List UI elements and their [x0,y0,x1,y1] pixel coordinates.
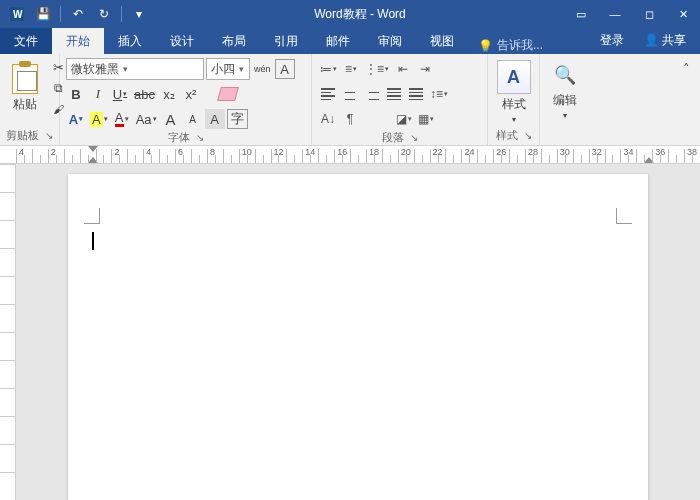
margin-corner-tr [616,208,632,224]
paste-label: 粘贴 [13,96,37,113]
group-clipboard: 粘贴 剪贴板↘ [0,54,60,145]
line-spacing-icon[interactable]: ↕≡▾ [428,84,450,104]
app-icon[interactable]: W [6,3,28,25]
numbering-icon[interactable]: ≡▾ [341,59,361,79]
group-font-label: 字体 [168,130,190,145]
char-border-icon[interactable]: A [275,59,295,79]
horizontal-ruler[interactable]: 422468101214161820222426283032343638 [0,146,700,164]
tab-references[interactable]: 引用 [260,28,312,54]
lightbulb-icon: 💡 [478,39,493,53]
ribbon-tabs: 文件 开始 插入 设计 布局 引用 邮件 审阅 视图 💡 告诉我... 登录 👤… [0,28,700,54]
editing-button[interactable]: 编辑 ▾ [546,58,584,122]
paste-icon [12,64,38,94]
group-styles: A 样式 ▾ 样式↘ [488,54,540,145]
redo-icon[interactable]: ↻ [93,3,115,25]
maximize-icon[interactable]: ◻ [632,0,666,28]
styles-button[interactable]: A 样式 ▾ [494,58,533,126]
workspace [0,164,700,500]
tab-view[interactable]: 视图 [416,28,468,54]
paragraph-launcher-icon[interactable]: ↘ [410,132,418,143]
save-icon[interactable]: 💾 [32,3,54,25]
text-cursor [92,232,94,250]
clipboard-launcher-icon[interactable]: ↘ [45,130,53,141]
tab-design[interactable]: 设计 [156,28,208,54]
align-left-icon[interactable] [318,84,338,104]
shrink-font-icon[interactable]: A [183,109,203,129]
window-title: Word教程 - Word [156,6,564,23]
styles-label: 样式 [502,96,526,113]
change-case-icon[interactable]: Aa▾ [134,109,159,129]
editing-label: 编辑 [553,92,577,109]
tab-home[interactable]: 开始 [52,28,104,54]
font-size-combo[interactable]: 小四▾ [206,58,250,80]
ribbon: 粘贴 剪贴板↘ 微软雅黑▾ 小四▾ wén A B I U▾ abc [0,54,700,146]
tab-layout[interactable]: 布局 [208,28,260,54]
align-center-icon[interactable] [340,84,360,104]
subscript-button[interactable]: x₂ [159,84,179,104]
bold-button[interactable]: B [66,84,86,104]
tell-me-search[interactable]: 💡 告诉我... [468,37,590,54]
group-font: 微软雅黑▾ 小四▾ wén A B I U▾ abc x₂ x² A▾ A▾ A… [60,54,312,145]
styles-launcher-icon[interactable]: ↘ [524,130,532,141]
highlight-icon[interactable]: A▾ [88,109,110,129]
font-name-combo[interactable]: 微软雅黑▾ [66,58,204,80]
superscript-button[interactable]: x² [181,84,201,104]
svg-text:W: W [13,9,23,20]
minimize-icon[interactable]: — [598,0,632,28]
shading-icon[interactable]: ◪▾ [394,109,414,129]
vertical-ruler[interactable] [0,164,16,500]
share-icon: 👤 [644,33,659,47]
close-icon[interactable]: ✕ [666,0,700,28]
group-editing: 编辑 ▾ [540,54,590,145]
undo-icon[interactable]: ↶ [67,3,89,25]
group-clipboard-label: 剪贴板 [6,128,39,143]
collapse-ribbon-icon[interactable]: ˄ [676,58,696,78]
font-color-icon[interactable]: A▾ [112,109,132,129]
paste-button[interactable]: 粘贴 [6,58,44,118]
char-shading-icon[interactable]: A [205,109,225,129]
find-icon [550,60,580,90]
title-bar: W 💾 ↶ ↻ ▾ Word教程 - Word ▭ — ◻ ✕ [0,0,700,28]
tab-insert[interactable]: 插入 [104,28,156,54]
enclose-char-icon[interactable]: 字 [227,109,248,129]
share-button[interactable]: 👤 共享 [634,27,696,54]
document-area[interactable] [16,164,700,500]
tab-mailings[interactable]: 邮件 [312,28,364,54]
tab-review[interactable]: 审阅 [364,28,416,54]
borders-icon[interactable]: ▦▾ [416,109,436,129]
phonetic-guide-icon[interactable]: wén [252,59,273,79]
text-effects-icon[interactable]: A▾ [66,109,86,129]
qat-customize-icon[interactable]: ▾ [128,3,150,25]
quick-access-toolbar: W 💾 ↶ ↻ ▾ [0,3,156,25]
decrease-indent-icon[interactable]: ⇤ [393,59,413,79]
group-styles-label: 样式 [496,128,518,143]
increase-indent-icon[interactable]: ⇥ [415,59,435,79]
strike-button[interactable]: abc [132,84,157,104]
clear-format-icon[interactable] [217,84,239,104]
italic-button[interactable]: I [88,84,108,104]
multilevel-icon[interactable]: ⋮≡▾ [363,59,391,79]
show-marks-icon[interactable]: ¶ [340,109,360,129]
group-paragraph: ≔▾ ≡▾ ⋮≡▾ ⇤ ⇥ ↕≡▾ A↓ ¶ ◪▾ ▦▾ 段 [312,54,488,145]
align-right-icon[interactable] [362,84,382,104]
window-controls: ▭ — ◻ ✕ [564,0,700,28]
align-distribute-icon[interactable] [406,84,426,104]
sort-icon[interactable]: A↓ [318,109,338,129]
underline-button[interactable]: U▾ [110,84,130,104]
tell-me-placeholder: 告诉我... [497,37,543,54]
font-launcher-icon[interactable]: ↘ [196,132,204,143]
margin-corner-tl [84,208,100,224]
bullets-icon[interactable]: ≔▾ [318,59,339,79]
page[interactable] [68,174,648,500]
ribbon-display-icon[interactable]: ▭ [564,0,598,28]
login-link[interactable]: 登录 [590,27,634,54]
group-paragraph-label: 段落 [382,130,404,145]
align-justify-icon[interactable] [384,84,404,104]
grow-font-icon[interactable]: A [161,109,181,129]
tab-file[interactable]: 文件 [0,28,52,54]
styles-icon: A [497,60,531,94]
